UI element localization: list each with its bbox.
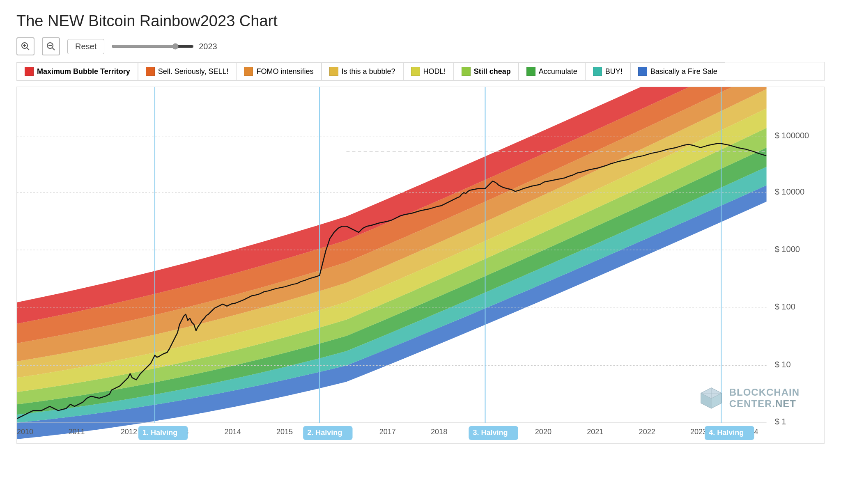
year-slider[interactable] <box>112 43 194 50</box>
slider-container: 2023 <box>112 42 217 51</box>
legend-item-4: HODL! <box>403 62 454 80</box>
legend-item-2: FOMO intensifies <box>236 62 321 80</box>
watermark-line2: CENTER.NET <box>729 398 800 410</box>
legend-item-3: Is this a bubble? <box>322 62 403 80</box>
legend-color-2 <box>244 67 253 76</box>
legend-label-6: Accumulate <box>539 67 577 76</box>
svg-text:$ 100000: $ 100000 <box>775 131 809 140</box>
legend-color-1 <box>146 67 155 76</box>
watermark-line1: BLOCKCHAIN <box>729 387 800 398</box>
svg-text:$ 1000: $ 1000 <box>775 245 800 254</box>
svg-text:1. Halving: 1. Halving <box>142 428 177 437</box>
svg-text:2023: 2023 <box>690 428 707 436</box>
svg-text:2012: 2012 <box>121 428 137 436</box>
legend-item-5: Still cheap <box>454 62 519 80</box>
svg-text:$ 100: $ 100 <box>775 302 795 311</box>
legend-label-8: Basically a Fire Sale <box>650 67 717 76</box>
legend-color-5 <box>462 67 471 76</box>
legend-label-7: BUY! <box>605 67 623 76</box>
svg-line-5 <box>53 48 55 50</box>
slider-year-label: 2023 <box>199 42 217 51</box>
legend-item-0: Maximum Bubble Territory <box>17 62 138 80</box>
svg-text:$ 10000: $ 10000 <box>775 187 804 196</box>
zoom-in-button[interactable] <box>16 37 34 55</box>
svg-text:2011: 2011 <box>68 428 85 436</box>
legend-item-6: Accumulate <box>519 62 585 80</box>
legend-color-0 <box>25 67 34 76</box>
watermark: BLOCKCHAIN CENTER.NET <box>699 386 800 410</box>
reset-button[interactable]: Reset <box>67 39 104 54</box>
legend-label-3: Is this a bubble? <box>342 67 395 76</box>
svg-text:2. Halving: 2. Halving <box>307 428 342 437</box>
legend-label-4: HODL! <box>423 67 446 76</box>
legend-color-8 <box>638 67 647 76</box>
svg-text:2014: 2014 <box>225 428 241 436</box>
svg-text:4. Halving: 4. Halving <box>709 428 744 437</box>
svg-text:2018: 2018 <box>431 428 447 436</box>
svg-text:$ 1: $ 1 <box>775 417 786 426</box>
legend-color-7 <box>593 67 602 76</box>
legend-color-3 <box>329 67 338 76</box>
legend-label-1: Sell. Seriously, SELL! <box>158 67 229 76</box>
svg-text:3. Halving: 3. Halving <box>473 428 508 437</box>
svg-text:2017: 2017 <box>379 428 396 436</box>
controls-bar: Reset 2023 <box>16 37 825 55</box>
svg-text:2022: 2022 <box>639 428 655 436</box>
svg-text:2020: 2020 <box>535 428 551 436</box>
legend-item-8: Basically a Fire Sale <box>630 62 725 80</box>
legend-item-7: BUY! <box>585 62 630 80</box>
svg-text:2021: 2021 <box>587 428 603 436</box>
legend-color-6 <box>526 67 535 76</box>
svg-text:2015: 2015 <box>276 428 293 436</box>
legend-label-2: FOMO intensifies <box>256 67 313 76</box>
chart-title: The NEW Bitcoin Rainbow2023 Chart <box>16 12 825 30</box>
legend-color-4 <box>411 67 420 76</box>
legend-label-5: Still cheap <box>474 67 511 76</box>
svg-text:$ 10: $ 10 <box>775 360 791 369</box>
zoom-out-button[interactable] <box>42 37 60 55</box>
svg-line-1 <box>27 48 30 50</box>
chart-area: $ 100000 $ 10000 $ 1000 $ 100 $ 10 $ 1 2… <box>16 87 825 444</box>
legend-label-0: Maximum Bubble Territory <box>37 67 130 76</box>
legend-item-1: Sell. Seriously, SELL! <box>138 62 237 80</box>
svg-text:2010: 2010 <box>17 428 33 436</box>
legend-bar: Maximum Bubble Territory Sell. Seriously… <box>16 62 825 81</box>
